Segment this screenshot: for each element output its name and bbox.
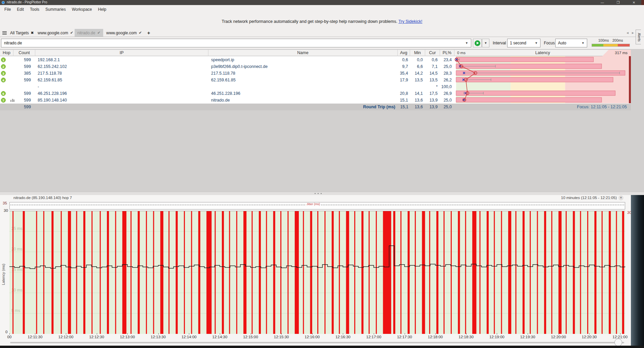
tab-scroll-back-icon[interactable]: ◄ — [626, 31, 629, 35]
packet-loss-bar — [280, 211, 281, 334]
time-tick-label: 12:15:00 — [243, 335, 258, 339]
packet-loss-bar — [602, 211, 603, 334]
menu-item-summaries[interactable]: Summaries — [42, 6, 69, 13]
packet-loss-bar — [587, 211, 588, 334]
focus-range-text: Focus: 12:11:05 - 12:21:05 — [577, 104, 627, 110]
minimize-button[interactable]: — — [597, 0, 608, 5]
column-header-ip[interactable]: IP — [35, 50, 208, 56]
packet-loss-bar — [444, 211, 445, 334]
cell-avg: 20,8 — [398, 90, 410, 97]
column-header-latency[interactable]: 0 msLatency317 ms — [454, 50, 631, 56]
time-tick-label: 12:20:30 — [582, 335, 597, 339]
cell-count: 599 — [13, 97, 35, 104]
chevron-down-icon: ▼ — [535, 41, 538, 45]
column-header-hop[interactable]: Hop — [0, 50, 13, 56]
packet-loss-bar — [616, 211, 617, 334]
packet-loss-bar — [324, 211, 325, 334]
cell-count: 599 — [13, 77, 35, 83]
tab-www-google-com[interactable]: www.google.com✔ — [104, 29, 145, 37]
column-header-pl[interactable]: PL% — [440, 50, 454, 56]
cell-cur: 13,5 — [425, 77, 440, 83]
focus-label: Focus — [544, 41, 555, 45]
target-dropdown-icon[interactable]: ▼ — [465, 41, 468, 45]
time-tick-mark — [35, 333, 35, 335]
packet-loss-bar — [160, 211, 163, 334]
packet-loss-bar — [243, 211, 246, 334]
time-tick-label: 12:19:00 — [489, 335, 505, 339]
tab-www-google-com[interactable]: www.google.com✔ — [35, 29, 76, 37]
column-header-min[interactable]: Min — [410, 50, 425, 56]
latency-axis-max: 30 — [4, 208, 8, 212]
time-tick-mark — [620, 333, 620, 335]
packet-loss-bar — [68, 211, 71, 334]
tab-close-icon[interactable]: ✖ — [31, 31, 34, 35]
alerts-side-tab[interactable]: Alerts — [636, 30, 641, 44]
time-tick-mark — [435, 333, 436, 335]
target-address-input[interactable]: nitrado.de — [1, 39, 471, 47]
trace-options-dropdown[interactable]: ▼ — [482, 39, 489, 47]
time-tick-mark — [158, 333, 159, 335]
time-tick-mark — [220, 333, 220, 335]
time-tick-mark — [497, 333, 497, 335]
column-header-avg[interactable]: Avg — [398, 50, 410, 56]
timeline-scrollbar — [10, 342, 624, 344]
packet-loss-bar — [146, 211, 147, 334]
hop-number-badge: 1 — [1, 57, 6, 62]
packet-loss-bar — [383, 211, 391, 334]
time-tick-label: 12:17:30 — [397, 335, 412, 339]
menu-item-help[interactable]: Help — [95, 6, 110, 13]
menu-item-file[interactable]: File — [1, 6, 14, 13]
menu-item-workspace[interactable]: Workspace — [69, 6, 95, 13]
time-tick-mark — [559, 333, 559, 335]
cell-cur: * — [425, 83, 440, 90]
column-header-name[interactable]: Name — [208, 50, 398, 56]
restore-button[interactable]: ❐ — [612, 0, 624, 5]
cell-ip: 85.190.148.140 — [35, 97, 208, 104]
timeline-range-label: 10 minutes (12:11:05 - 12:21:05) — [561, 196, 617, 200]
tab-all-targets[interactable]: All Targets✖ — [7, 29, 36, 37]
latency-axis-min: 0 — [5, 330, 7, 334]
start-trace-button[interactable] — [473, 39, 482, 47]
add-target-tab-button[interactable]: + — [145, 29, 153, 37]
time-tick-label: 12:13:00 — [120, 335, 135, 339]
time-tick-mark — [251, 333, 251, 335]
time-tick-label: 12:12:30 — [89, 335, 104, 339]
try-sidekick-link[interactable]: Try Sidekick! — [398, 19, 422, 24]
panel-splitter[interactable] — [0, 192, 644, 195]
packet-loss-bar — [259, 211, 261, 334]
scrollbar-thumb[interactable] — [614, 339, 622, 346]
packet-loss-bar — [138, 211, 140, 334]
column-header-cur[interactable]: Cur — [425, 50, 440, 56]
packet-loss-bar — [530, 211, 531, 334]
time-tick-label: 12:18:30 — [458, 335, 474, 339]
tab-scroll-forward-icon[interactable]: ► — [631, 31, 635, 35]
packet-loss-bar — [408, 211, 410, 334]
timeline-title: nitrado.de (85.190.148.140) hop 7 — [13, 196, 72, 200]
cell-avg: 35,4 — [398, 70, 410, 77]
close-button[interactable]: ✕ — [628, 0, 640, 5]
time-tick-label: 12:14:30 — [212, 335, 228, 339]
hop-number-badge: 7 — [1, 98, 6, 103]
scrollbar-track[interactable] — [10, 342, 624, 343]
menu-item-edit[interactable]: Edit — [14, 6, 27, 13]
cell-count: 599 — [13, 56, 35, 63]
packet-loss-bar — [198, 211, 200, 334]
column-header-count[interactable]: Count — [13, 50, 35, 56]
packet-loss-bar — [472, 211, 476, 334]
menu-item-tools[interactable]: Tools — [27, 6, 42, 13]
tab-menu-icon[interactable] — [2, 31, 7, 35]
timeline-plot[interactable]: 5 ms10 ms15 ms20 ms25 ms — [9, 211, 625, 334]
time-tick-label: 12:12:00 — [58, 335, 74, 339]
interval-select[interactable]: 1 second▼ — [507, 39, 540, 47]
packet-loss-bar — [215, 211, 216, 334]
focus-select[interactable]: Auto▼ — [555, 39, 587, 47]
packet-loss-bar — [332, 211, 334, 334]
packet-loss-bar — [544, 211, 546, 334]
packet-loss-bar — [176, 211, 178, 334]
cell-avg: 9,7 — [398, 63, 410, 70]
title-bar: nitrado.de - PingPlotter Pro — ❐ ✕ — [0, 0, 644, 5]
timeline-range-dropdown-icon[interactable]: ▼ — [618, 195, 623, 200]
cell-pl: 28,3 — [440, 70, 454, 77]
cell-cur: 13,9 — [425, 97, 440, 104]
tab-nitrado-de[interactable]: nitrado.de✔ — [75, 29, 103, 37]
